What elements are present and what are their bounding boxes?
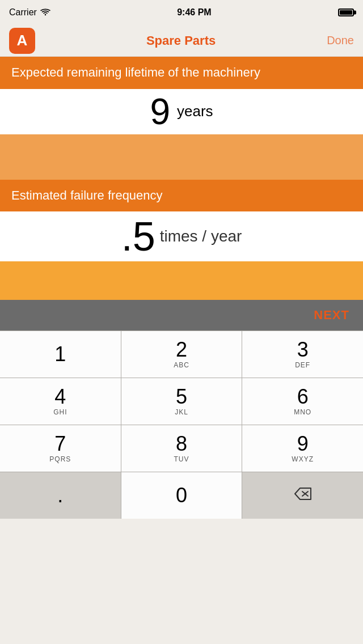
key-delete[interactable] [242, 472, 363, 519]
frequency-unit: times / year [160, 227, 242, 245]
page-title: Spare Parts [146, 33, 216, 48]
key-5[interactable]: 5 JKL [121, 378, 243, 425]
frequency-value: .5 [121, 216, 155, 257]
lifetime-value: 9 [150, 94, 170, 130]
key-3[interactable]: 3 DEF [242, 331, 363, 378]
status-bar: Carrier 9:46 PM [0, 0, 363, 25]
keypad: 1 2 ABC 3 DEF 4 GHI 5 JKL 6 MNO 7 PQRS [0, 331, 363, 519]
status-time: 9:46 PM [177, 7, 211, 18]
orange-spacer-2 [0, 261, 363, 300]
keypad-row-1: 1 2 ABC 3 DEF [0, 331, 363, 378]
section2-value-row: .5 times / year [0, 211, 363, 261]
nav-bar: A Spare Parts Done [0, 25, 363, 57]
section1-value-row: 9 years [0, 89, 363, 134]
key-6[interactable]: 6 MNO [242, 378, 363, 425]
section2-header-text: Estimated failure frequency [11, 188, 352, 204]
wifi-icon [40, 9, 50, 16]
key-1[interactable]: 1 [0, 331, 121, 378]
section1-header: Expected remaining lifetime of the machi… [0, 57, 363, 89]
backspace-icon [293, 486, 313, 502]
carrier-label: Carrier [9, 7, 50, 18]
keypad-row-4: . 0 [0, 472, 363, 519]
logo-letter: A [17, 32, 28, 49]
orange-spacer-1 [0, 134, 363, 180]
section1-header-text: Expected remaining lifetime of the machi… [11, 65, 352, 81]
key-dot[interactable]: . [0, 472, 121, 519]
battery-icon [338, 9, 354, 16]
key-7[interactable]: 7 PQRS [0, 425, 121, 472]
next-button[interactable]: NEXT [314, 308, 349, 323]
key-4[interactable]: 4 GHI [0, 378, 121, 425]
app-logo: A [9, 28, 35, 54]
key-2[interactable]: 2 ABC [121, 331, 243, 378]
section2-header: Estimated failure frequency [0, 180, 363, 212]
key-8[interactable]: 8 TUV [121, 425, 243, 472]
carrier-text: Carrier [9, 7, 37, 18]
key-0[interactable]: 0 [121, 472, 243, 519]
keypad-row-3: 7 PQRS 8 TUV 9 WXYZ [0, 425, 363, 472]
keypad-row-2: 4 GHI 5 JKL 6 MNO [0, 378, 363, 425]
delete-icon [293, 486, 313, 506]
key-9[interactable]: 9 WXYZ [242, 425, 363, 472]
lifetime-unit: years [177, 103, 213, 120]
keyboard-toolbar: NEXT [0, 300, 363, 331]
done-button[interactable]: Done [327, 34, 354, 47]
